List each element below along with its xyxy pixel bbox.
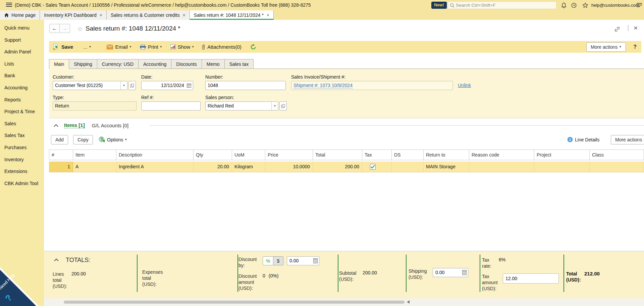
tax-checkbox[interactable] [370,164,376,170]
tab-home-page[interactable]: Home page [0,10,40,20]
sidebar-item-purchases[interactable]: Purchases [4,144,44,151]
new-badge[interactable]: New! [431,2,447,9]
collapse-totals-icon[interactable] [54,258,59,261]
col-header-uom[interactable]: UoM [232,150,265,160]
shipment-link[interactable]: Shipment #: 1073 10/9/2024 [293,83,353,88]
sales-person-combo[interactable]: Richard Red ▼ [205,101,278,111]
total-cell[interactable]: 200.00 [313,162,362,172]
sidebar-item-support[interactable]: Support [4,37,44,43]
col-header-return-to[interactable]: Return to [424,150,469,160]
col-header-project[interactable]: Project [534,150,590,160]
col-header-item[interactable]: Item [73,150,116,160]
description-cell[interactable]: Ingredient A [116,162,194,172]
discount-dollar-button[interactable]: $ [273,256,283,265]
line-details-button[interactable]: i Line Details [567,137,599,142]
form-tab-sales-tax[interactable]: Sales tax [225,59,254,69]
attachments-button[interactable]: Attachments(0) [202,44,241,50]
scroll-left-icon[interactable] [407,300,410,304]
user-menu-icon[interactable] [637,3,642,8]
class-cell[interactable] [590,162,644,172]
show-button[interactable]: Show▼ [170,44,194,50]
sidebar-item-accounting[interactable]: Accounting [4,84,44,91]
discount-input[interactable]: 0.00 [287,256,319,265]
project-cell[interactable] [534,162,590,172]
sidebar-item-bank[interactable]: Bank [4,72,44,79]
search-input[interactable] [456,3,550,8]
kebab-menu-icon[interactable]: ⋮ [625,25,631,32]
sidebar-item-inventory[interactable]: Inventory [4,156,44,163]
save-more-menu[interactable]: ...▼ [83,44,91,50]
history-clock-icon[interactable] [571,2,577,8]
sidebar-item-cbk-admin-tool[interactable]: CBK Admin Tool [4,180,44,187]
discount-percent-button[interactable]: % [263,256,273,265]
collapse-items-icon[interactable] [53,124,59,127]
forward-button[interactable]: → [60,24,70,33]
calculator-icon[interactable] [313,258,318,263]
calculator-icon[interactable] [462,270,467,275]
print-button[interactable]: Print▼ [140,44,162,50]
customer-combo[interactable]: Customer Test (01225) ▼ [53,81,127,90]
form-tab-currency[interactable]: Currency: USD [97,59,139,69]
form-tab-discounts[interactable]: Discounts [171,59,202,69]
table-row[interactable]: 1 A Ingredient A 20.00 Kilogram 10.0000 … [49,162,644,172]
add-button[interactable]: Add [51,135,68,144]
email-button[interactable]: Email▼ [107,44,131,50]
sidebar-item-admin-panel[interactable]: Admin Panel [4,48,44,55]
col-header-tax[interactable]: Tax [362,150,392,160]
calendar-icon[interactable] [187,83,191,88]
items-more-actions-button[interactable]: More actions▼ [611,135,644,144]
shipping-input[interactable]: 0.00 [433,268,468,277]
tab-sales-return-active[interactable]: Sales return #: 1048 12/11/2024 * × [190,10,274,20]
need-help-ribbon[interactable] [0,270,36,306]
chevron-down-icon[interactable]: ▼ [120,81,127,90]
sidebar-item-sales-tax[interactable]: Sales Tax [4,132,44,139]
form-tab-memo[interactable]: Memo [202,59,225,69]
col-header-reason-code[interactable]: Reason code [469,150,534,160]
form-tab-accounting[interactable]: Accounting [139,59,171,69]
back-button[interactable]: ← [49,24,60,33]
scrollbar-thumb[interactable] [64,301,405,304]
number-input[interactable]: 1048 [205,81,286,90]
sales-person-open-icon[interactable] [279,101,287,111]
return-to-cell[interactable]: MAIN Storage [424,162,469,172]
tab-sales-returns-customer-credits[interactable]: Sales returns & Customer credits × [107,10,190,20]
price-cell[interactable]: 10.0000 [265,162,313,172]
col-header-price[interactable]: Price [265,150,313,160]
reason-code-cell[interactable] [469,162,534,172]
close-tab-icon[interactable]: × [100,13,102,17]
refresh-button[interactable] [250,44,256,50]
favorites-star-icon[interactable] [582,2,588,8]
close-tab-icon[interactable]: × [182,13,185,17]
col-header-ds[interactable]: DS [392,150,424,160]
row-number-cell[interactable]: 1 [49,162,73,172]
sidebar-item-project-time[interactable]: Project & Time [4,108,44,115]
tax-amount-input[interactable]: 12.00 [503,273,559,283]
date-input[interactable]: 12/11/2024 [141,81,193,90]
items-tab[interactable]: Items [1] [64,122,85,128]
chevron-down-icon[interactable]: ▼ [271,102,278,110]
gl-accounts-tab[interactable]: G/L Accounts [0] [92,123,129,128]
col-header-description[interactable]: Description [116,150,194,160]
sidebar-item-reports[interactable]: Reports [4,96,44,103]
sidebar-item-sales[interactable]: Sales [4,120,44,127]
form-tab-main[interactable]: Main [49,59,69,69]
ds-cell[interactable] [392,162,424,172]
uom-cell[interactable]: Kilogram [232,162,265,172]
ref-input[interactable] [141,101,201,111]
favorite-star-icon[interactable]: ☆ [77,25,83,33]
options-button[interactable]: Options▼ [99,136,127,143]
customer-open-icon[interactable] [128,81,136,90]
help-button[interactable]: ? [633,44,637,50]
toolbar-more-actions-button[interactable]: More actions▼ [586,42,626,52]
col-header-num[interactable]: # [49,150,73,160]
qty-cell[interactable]: 20.00 [194,162,232,172]
close-window-icon[interactable]: × [634,24,638,32]
main-menu-icon[interactable] [6,3,12,7]
sidebar-item-extensions[interactable]: Extensions [4,168,44,175]
tab-inventory-kpi-dashboard[interactable]: Inventory KPI Dashboard × [40,10,107,20]
notifications-bell-icon[interactable] [561,2,567,8]
ref-input-field[interactable] [144,102,198,110]
unlink-link[interactable]: Unlink [458,83,471,88]
save-button[interactable]: Save [52,44,73,50]
copy-link-icon[interactable] [614,26,620,32]
